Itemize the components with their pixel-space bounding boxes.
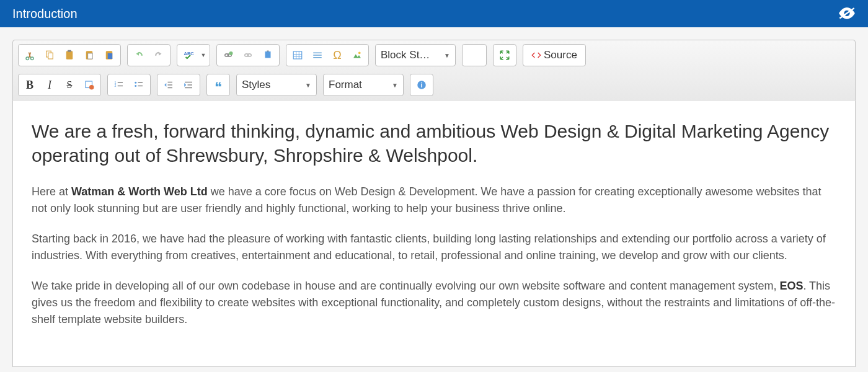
spell-group: ABC ▼ xyxy=(177,44,210,66)
quote-group: ❝ xyxy=(206,74,230,96)
outdent-button[interactable] xyxy=(159,76,178,94)
block-styles-label: Block St… xyxy=(381,49,430,61)
undo-group xyxy=(127,44,170,66)
svg-rect-9 xyxy=(108,53,113,59)
svg-text:i: i xyxy=(421,81,423,89)
spellcheck-dropdown[interactable]: ▼ xyxy=(199,46,208,64)
bold-text: EOS xyxy=(779,280,803,292)
redo-button[interactable] xyxy=(149,46,168,64)
svg-rect-3 xyxy=(48,53,53,59)
link-group xyxy=(216,44,280,66)
cut-button[interactable] xyxy=(20,46,39,64)
source-label: Source xyxy=(544,49,577,61)
remove-format-button[interactable] xyxy=(80,76,99,94)
editor-content[interactable]: We are a fresh, forward thinking, dynami… xyxy=(12,100,856,367)
maximize-group xyxy=(493,44,516,66)
special-char-button[interactable]: Ω xyxy=(328,46,347,64)
source-group: Source xyxy=(523,44,586,66)
styles-label: Styles xyxy=(242,79,270,91)
bold-button[interactable]: B xyxy=(20,76,39,94)
image-button[interactable] xyxy=(348,46,366,64)
block-styles-dropdown[interactable]: Block St… ▼ xyxy=(375,44,456,66)
svg-point-27 xyxy=(89,85,94,90)
content-paragraph-2: Starting back in 2016, we have had the p… xyxy=(32,231,836,264)
svg-point-32 xyxy=(135,82,136,84)
editor-toolbar: ABC ▼ Ω Block St… ▼ Source xyxy=(12,40,856,100)
clipboard-group xyxy=(18,44,121,66)
svg-rect-4 xyxy=(66,51,73,60)
text-span: We take pride in developing all of our o… xyxy=(32,280,779,292)
chevron-down-icon: ▼ xyxy=(392,82,398,89)
styles-dropdown[interactable]: Styles ▼ xyxy=(236,74,317,96)
text-style-group: B I S xyxy=(18,74,101,96)
insert-group: Ω xyxy=(286,44,369,66)
chevron-down-icon: ▼ xyxy=(305,82,311,89)
svg-rect-17 xyxy=(293,51,302,59)
about-button[interactable]: i xyxy=(412,76,431,94)
hr-button[interactable] xyxy=(308,46,327,64)
italic-button[interactable]: I xyxy=(40,76,59,94)
content-paragraph-1: Here at Watman & Worth Web Ltd we have a… xyxy=(32,184,836,217)
svg-point-13 xyxy=(229,51,233,55)
source-button[interactable]: Source xyxy=(525,46,583,64)
bold-text: Watman & Worth Web Ltd xyxy=(71,185,208,198)
blockquote-button[interactable]: ❝ xyxy=(209,76,228,94)
svg-point-1 xyxy=(31,57,34,60)
editor-container: ABC ▼ Ω Block St… ▼ Source xyxy=(0,27,868,372)
color-picker[interactable] xyxy=(462,44,487,66)
copy-button[interactable] xyxy=(40,46,59,64)
format-label: Format xyxy=(329,79,362,91)
paste-text-button[interactable] xyxy=(80,46,99,64)
indent-group xyxy=(157,74,200,96)
svg-point-33 xyxy=(135,85,136,87)
table-button[interactable] xyxy=(288,46,307,64)
about-group: i xyxy=(410,74,433,96)
spellcheck-button[interactable]: ABC xyxy=(179,46,198,64)
indent-button[interactable] xyxy=(179,76,198,94)
svg-text:2: 2 xyxy=(115,84,117,87)
format-dropdown[interactable]: Format ▼ xyxy=(323,74,404,96)
chevron-down-icon: ▼ xyxy=(444,52,450,59)
text-span: Here at xyxy=(32,185,71,198)
link-button[interactable] xyxy=(219,46,237,64)
content-heading: We are a fresh, forward thinking, dynami… xyxy=(32,119,836,167)
content-paragraph-3: We take pride in developing all of our o… xyxy=(32,278,836,328)
numbered-list-button[interactable]: 12 xyxy=(110,76,128,94)
strike-button[interactable]: S xyxy=(60,76,79,94)
bullet-list-button[interactable] xyxy=(130,76,148,94)
unlink-button[interactable] xyxy=(239,46,257,64)
svg-point-0 xyxy=(26,57,29,60)
svg-rect-5 xyxy=(68,50,71,52)
undo-button[interactable] xyxy=(130,46,148,64)
visibility-toggle-icon[interactable] xyxy=(838,7,856,20)
paste-word-button[interactable] xyxy=(100,46,118,64)
svg-rect-7 xyxy=(88,53,93,59)
maximize-button[interactable] xyxy=(495,46,514,64)
panel-header: Introduction xyxy=(0,0,868,27)
panel-title: Introduction xyxy=(12,7,78,21)
anchor-button[interactable] xyxy=(259,46,277,64)
paste-button[interactable] xyxy=(60,46,79,64)
list-group: 12 xyxy=(107,74,151,96)
svg-point-25 xyxy=(358,51,361,54)
svg-text:ABC: ABC xyxy=(184,51,195,56)
svg-rect-16 xyxy=(265,51,271,58)
